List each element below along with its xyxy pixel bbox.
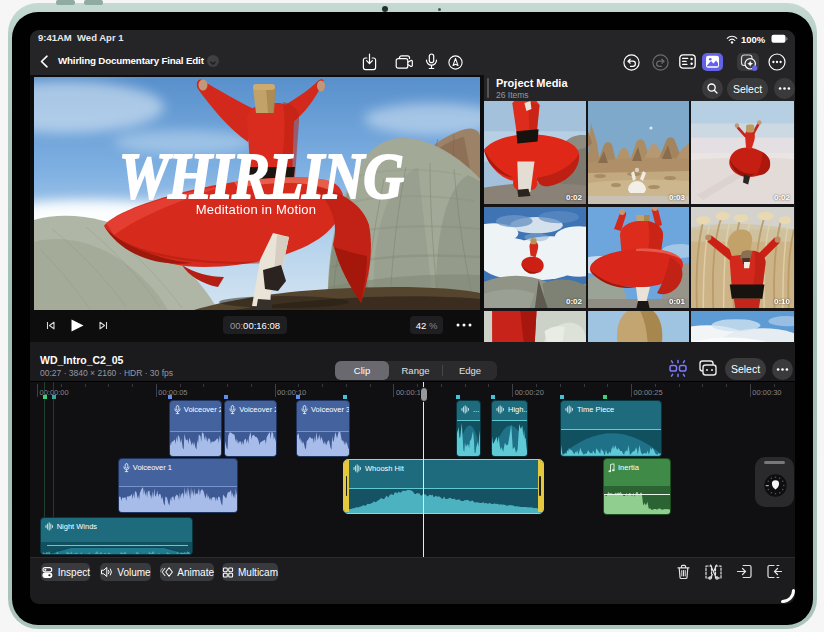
svg-text:100%: 100% — [741, 34, 766, 45]
svg-text:Meditation in Motion: Meditation in Motion — [196, 202, 316, 217]
